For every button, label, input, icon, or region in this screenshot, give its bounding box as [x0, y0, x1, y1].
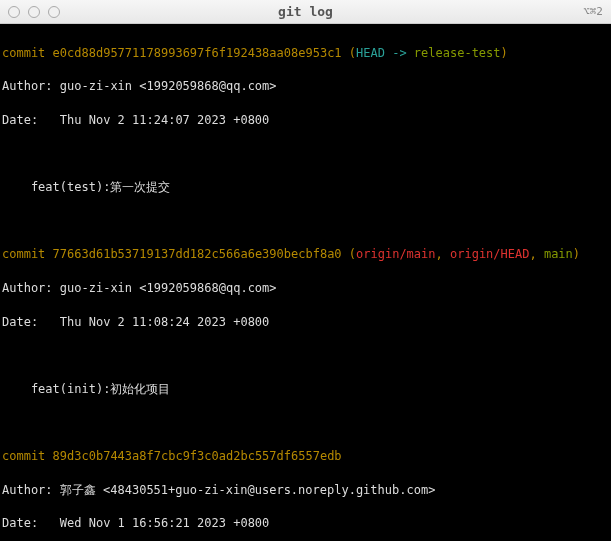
date-label: Date:: [2, 315, 38, 329]
date-value: Wed Nov 1 16:56:21 2023 +0800: [38, 516, 269, 530]
author-value: guo-zi-xin <1992059868@qq.com>: [53, 281, 277, 295]
close-button[interactable]: [8, 6, 20, 18]
commit-hash: e0cd88d95771178993697f6f192438aa08e953c1: [53, 46, 342, 60]
refs-close: ): [501, 46, 508, 60]
commit-message: feat(test):第一次提交: [2, 179, 609, 196]
zoom-button[interactable]: [48, 6, 60, 18]
remote-ref: origin/HEAD: [450, 247, 529, 261]
author-label: Author:: [2, 483, 53, 497]
shortcut-indicator: ⌥⌘2: [583, 5, 603, 18]
author-label: Author:: [2, 79, 53, 93]
date-label: Date:: [2, 516, 38, 530]
commit-label: commit: [2, 46, 45, 60]
ref-sep: ,: [529, 247, 543, 261]
window-buttons: [8, 6, 60, 18]
refs-close: ): [573, 247, 580, 261]
minimize-button[interactable]: [28, 6, 40, 18]
refs-open: (: [349, 46, 356, 60]
ref-sep: ,: [436, 247, 450, 261]
commit-label: commit: [2, 247, 45, 261]
commit-message: feat(init):初始化项目: [2, 381, 609, 398]
author-value: guo-zi-xin <1992059868@qq.com>: [53, 79, 277, 93]
author-value: 郭子鑫 <48430551+guo-zi-xin@users.noreply.g…: [53, 483, 436, 497]
remote-ref: origin/main: [356, 247, 435, 261]
refs-open: (: [349, 247, 356, 261]
window-title: git log: [278, 4, 333, 19]
branch-ref: main: [544, 247, 573, 261]
branch-ref: release-test: [414, 46, 501, 60]
date-value: Thu Nov 2 11:08:24 2023 +0800: [38, 315, 269, 329]
titlebar: git log ⌥⌘2: [0, 0, 611, 24]
commit-hash: 89d3c0b7443a8f7cbc9f3c0ad2bc557df6557edb: [53, 449, 342, 463]
date-value: Thu Nov 2 11:24:07 2023 +0800: [38, 113, 269, 127]
author-label: Author:: [2, 281, 53, 295]
date-label: Date:: [2, 113, 38, 127]
terminal-output[interactable]: commit e0cd88d95771178993697f6f192438aa0…: [0, 24, 611, 541]
commit-label: commit: [2, 449, 45, 463]
head-ref: HEAD ->: [356, 46, 414, 60]
commit-hash: 77663d61b53719137dd182c566a6e390becbf8a0: [53, 247, 342, 261]
